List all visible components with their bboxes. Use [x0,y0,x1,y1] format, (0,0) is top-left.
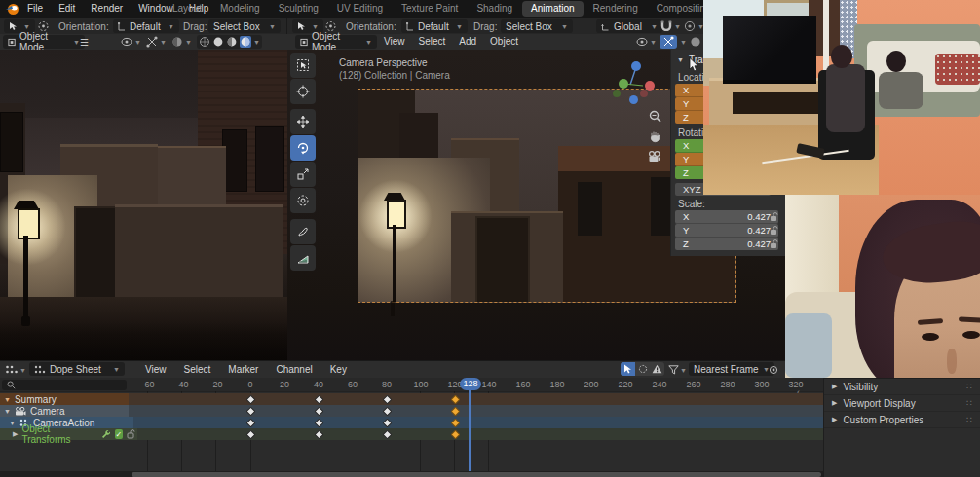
shading-wireframe-button[interactable] [199,36,210,48]
tool-rotate[interactable] [290,135,316,161]
menu-edit[interactable]: Edit [51,0,83,18]
mode-select-right[interactable]: Object Mode▼ [295,35,377,49]
show-hidden-button[interactable] [635,362,650,376]
add-menu[interactable]: Add [452,34,483,50]
collapse-arrow[interactable]: ▶ [832,383,837,390]
current-frame-badge[interactable]: 128 [460,378,481,390]
snap-magnet-icon[interactable] [660,20,672,31]
gizmos-toggle-active[interactable] [660,35,677,49]
tool-cursor[interactable] [290,79,316,104]
tool-measure[interactable] [290,245,316,271]
shading-rendered-button[interactable] [240,36,251,48]
lock-icon[interactable] [127,429,137,439]
dopesheet-key-menu[interactable]: Key [321,361,356,378]
tab-rendering[interactable]: Rendering [584,1,647,17]
tool-move[interactable] [290,109,316,134]
dopesheet-channel-menu[interactable]: Channel [267,361,320,378]
blender-logo-icon[interactable] [5,2,19,16]
shading-caret[interactable]: ▼ [185,39,192,46]
tool-transform[interactable] [290,188,316,213]
snap-caret[interactable]: ▼ [674,23,681,30]
scale-y-field[interactable]: Y0.427 [675,224,778,238]
overlays-caret[interactable]: ▼ [134,39,141,46]
drag-select-select[interactable]: Select Box▼ [208,19,281,33]
channel-camera[interactable]: ▼ Camera [0,405,823,417]
modifier-wrench-icon[interactable] [101,429,111,439]
scale-x-lock-icon[interactable] [770,212,780,222]
tab-layout[interactable]: Layout [164,1,210,17]
filter-caret[interactable]: ▼ [680,367,687,374]
tab-texture-paint[interactable]: Texture Paint [393,1,467,17]
dopesheet-mode-select[interactable]: Dope Sheet▼ [29,362,125,376]
scale-z-field[interactable]: Z0.427 [675,238,778,250]
gizmos-icon[interactable] [146,36,158,48]
horizontal-scrollbar[interactable] [132,472,821,477]
tab-uv-editing[interactable]: UV Editing [328,1,392,17]
tool-select-box[interactable] [290,53,316,78]
editor-type-icon[interactable] [5,365,19,375]
collapse-arrow[interactable]: ▶ [832,399,837,407]
proportional-edit-icon[interactable] [684,20,696,32]
tab-sculpting[interactable]: Sculpting [270,1,327,17]
view-menu[interactable]: View [377,34,412,50]
panel-collapse-arrow[interactable]: ▼ [677,56,684,63]
menu-render[interactable]: Render [83,0,131,18]
shading-dropdown-icon[interactable] [171,36,183,48]
dopesheet-select-menu[interactable]: Select [175,361,220,378]
expand-arrow[interactable]: ▼ [4,396,11,403]
overlays-caret-right[interactable]: ▼ [650,39,657,46]
channel-object-transforms[interactable]: ▶ Object Transforms ✓ [0,428,823,440]
keyframe-type-icon[interactable] [769,365,778,375]
tab-animation[interactable]: Animation [522,1,583,17]
tool-scale[interactable] [290,162,316,187]
drag-select-select-2[interactable]: Select Box▼ [501,19,573,33]
shading-solid-button[interactable] [212,36,224,48]
collapse-arrow[interactable]: ▶ [832,416,837,423]
expand-arrow[interactable]: ▶ [13,430,18,438]
mode-select-left[interactable]: Object Mode▼ [3,35,85,49]
dopesheet-marker-menu[interactable]: Marker [219,361,267,378]
gizmo-axis-ball[interactable] [629,95,638,104]
expand-arrow[interactable]: ▼ [4,408,11,415]
pan-view-hand-icon[interactable] [649,130,661,143]
menu-file[interactable]: File [19,0,51,18]
camera-view-icon[interactable] [648,151,661,163]
object-menu[interactable]: Object [483,34,525,50]
filter-funnel-icon[interactable] [668,365,679,375]
orientation-select-2[interactable]: Default▼ [401,19,468,33]
viewport-left[interactable] [0,50,287,360]
gizmos-caret[interactable]: ▼ [160,39,167,46]
tab-modeling[interactable]: Modeling [211,1,269,17]
mute-checkbox[interactable]: ✓ [115,429,123,439]
only-selected-button[interactable] [621,362,635,376]
drag-grip-icon[interactable]: ∷ [966,415,973,424]
channel-summary[interactable]: ▼ Summary [0,393,823,405]
channel-search-input[interactable] [2,380,127,390]
scale-y-lock-icon[interactable] [770,226,780,236]
orientation-select[interactable]: Default▼ [113,19,179,33]
select-menu[interactable]: Select [412,34,453,50]
drag-grip-icon[interactable]: ∷ [966,382,973,391]
editor-menu-icon[interactable]: ☰ [80,37,89,48]
show-errors-button[interactable] [650,362,664,376]
snap-mode-select[interactable]: Nearest Frame▼ [689,362,774,376]
scale-x-field[interactable]: X0.427 [675,210,778,224]
panel-viewport-display[interactable]: ▶ Viewport Display ∷ [824,395,980,412]
dopesheet-view-menu[interactable]: View [136,361,175,378]
transform-pivot-select[interactable]: Global▼ [596,19,662,33]
tool-annotate[interactable] [290,219,316,244]
overlays-icon-right[interactable] [636,37,649,47]
shading-icon-right[interactable] [690,36,701,48]
shading-material-button[interactable] [226,36,238,48]
gizmos-caret-right[interactable]: ▼ [680,39,687,46]
expand-arrow[interactable]: ▼ [9,420,16,426]
zoom-view-icon[interactable] [649,110,661,123]
channel-camera-action[interactable]: ▼ CameraAction [0,417,823,428]
panel-visibility[interactable]: ▶ Visibility ∷ [824,379,980,395]
drag-grip-icon[interactable]: ∷ [966,398,973,408]
tab-shading[interactable]: Shading [468,1,521,17]
shading-group-caret[interactable]: ▼ [253,39,260,46]
editor-type-caret[interactable]: ▼ [19,367,26,374]
playhead-line[interactable] [469,390,471,471]
scale-z-lock-icon[interactable] [770,239,780,249]
